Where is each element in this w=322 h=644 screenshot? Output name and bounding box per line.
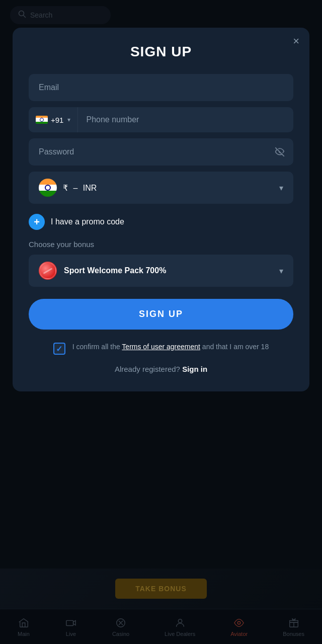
sport-bonus-icon bbox=[39, 262, 57, 280]
currency-chevron-icon: ▾ bbox=[279, 183, 283, 193]
country-code-selector[interactable]: +91 ▾ bbox=[29, 107, 78, 132]
eye-slash-icon bbox=[274, 146, 285, 157]
promo-plus-icon: + bbox=[29, 214, 45, 230]
currency-flag-icon bbox=[39, 179, 57, 197]
currency-label: ₹ – INR bbox=[63, 183, 273, 193]
terms-checkbox[interactable]: ✓ bbox=[53, 343, 65, 355]
signup-button[interactable]: SIGN UP bbox=[29, 299, 293, 330]
terms-text: I confirm all the Terms of user agreemen… bbox=[72, 342, 269, 352]
password-field[interactable] bbox=[29, 138, 293, 166]
promo-code-label: I have a promo code bbox=[51, 217, 124, 226]
india-flag-icon bbox=[36, 116, 48, 124]
signup-modal: × SIGN UP +91 ▾ bbox=[13, 28, 309, 391]
terms-row: ✓ I confirm all the Terms of user agreem… bbox=[29, 342, 293, 355]
choose-bonus-label: Choose your bonus bbox=[29, 240, 293, 249]
modal-title: SIGN UP bbox=[29, 44, 293, 60]
bonus-name-label: Sport Welcome Pack 700% bbox=[64, 266, 272, 275]
sign-in-link[interactable]: Sign in bbox=[182, 365, 207, 373]
country-code-label: +91 bbox=[51, 116, 63, 124]
modal-backdrop: × SIGN UP +91 ▾ bbox=[0, 0, 322, 644]
phone-row: +91 ▾ bbox=[29, 107, 293, 132]
country-chevron-icon: ▾ bbox=[67, 116, 70, 123]
toggle-password-button[interactable] bbox=[274, 146, 285, 157]
terms-link[interactable]: Terms of user agreement bbox=[122, 343, 200, 351]
password-row bbox=[29, 138, 293, 166]
already-registered-text: Already registered? Sign in bbox=[29, 365, 293, 373]
bonus-selector[interactable]: Sport Welcome Pack 700% ▾ bbox=[29, 255, 293, 287]
bonus-chevron-icon: ▾ bbox=[279, 266, 283, 276]
promo-code-row[interactable]: + I have a promo code bbox=[29, 214, 293, 230]
checkmark-icon: ✓ bbox=[56, 344, 62, 354]
close-button[interactable]: × bbox=[293, 36, 299, 47]
currency-selector[interactable]: ₹ – INR ▾ bbox=[29, 172, 293, 204]
email-field[interactable] bbox=[29, 74, 293, 101]
phone-input[interactable] bbox=[78, 107, 293, 132]
